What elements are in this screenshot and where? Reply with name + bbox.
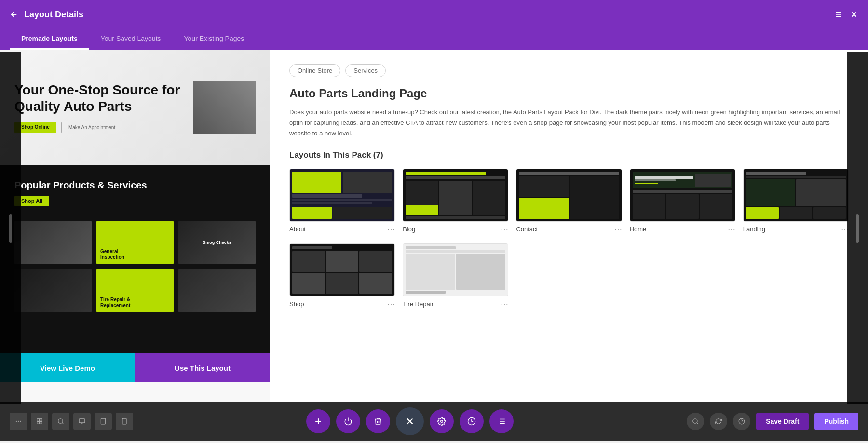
layout-title: Auto Parts Landing Page: [289, 87, 849, 100]
history-button[interactable]: [460, 409, 484, 433]
layout-description: Does your auto parts website need a tune…: [289, 107, 849, 139]
product-card-1: [14, 221, 92, 264]
thumb-contact-label: Contact: [516, 226, 538, 233]
power-button[interactable]: [336, 409, 360, 433]
layout-thumb-home: Home ⋯: [630, 169, 735, 234]
modal-title: Layout Details: [24, 10, 83, 20]
thumb-landing-label: Landing: [743, 226, 765, 233]
tab-existing-pages[interactable]: Your Existing Pages: [173, 29, 256, 50]
search-icon-right[interactable]: [687, 413, 704, 430]
publish-button[interactable]: Publish: [814, 413, 858, 430]
tab-saved-layouts[interactable]: Your Saved Layouts: [89, 29, 173, 50]
tab-premade-layouts[interactable]: Premade Layouts: [10, 29, 89, 50]
add-module-button[interactable]: [306, 409, 330, 433]
product-card-3: Smog Checks: [178, 221, 256, 264]
thumb-blog-img[interactable]: [403, 169, 508, 222]
thumb-shop-img[interactable]: [289, 243, 395, 296]
help-icon[interactable]: [733, 413, 750, 430]
svg-point-20: [693, 419, 697, 423]
tabs-bar: Premade Layouts Your Saved Layouts Your …: [0, 29, 868, 50]
svg-rect-6: [40, 422, 42, 424]
search-button[interactable]: [52, 413, 69, 430]
thumb-home-menu[interactable]: ⋯: [728, 225, 735, 234]
layouts-grid-row2: Shop ⋯: [289, 243, 849, 309]
preview-appt-btn: Make An Appointment: [61, 122, 122, 133]
svg-point-0: [16, 421, 17, 422]
product-card-4: [14, 269, 92, 312]
layout-thumb-about: About ⋯: [289, 169, 395, 234]
preview-heading: Your One-Stop Source for Quality Auto Pa…: [14, 82, 183, 114]
cta-buttons: View Live Demo Use This Layout: [0, 353, 270, 382]
tag-services[interactable]: Services: [345, 64, 386, 77]
use-this-layout-button[interactable]: Use This Layout: [135, 353, 270, 382]
layout-thumb-shop: Shop ⋯: [289, 243, 395, 309]
thumb-about-label: About: [289, 226, 306, 233]
preview-panel: Your One-Stop Source for Quality Auto Pa…: [0, 50, 270, 402]
delete-button[interactable]: [366, 409, 390, 433]
thumb-shop-menu[interactable]: ⋯: [387, 299, 395, 309]
product-card-2: GeneralInspection: [96, 221, 174, 264]
bottom-toolbar: Save Draft Publish: [0, 402, 868, 441]
pack-label: Layouts In This Pack (7): [289, 150, 849, 160]
thumb-contact-menu[interactable]: ⋯: [614, 225, 622, 234]
detail-panel: Online Store Services Auto Parts Landing…: [270, 50, 868, 402]
back-button[interactable]: [10, 10, 18, 19]
thumb-landing-img[interactable]: [743, 169, 849, 222]
thumb-blog-label: Blog: [403, 226, 415, 233]
toolbar-right-group: Save Draft Publish: [687, 413, 858, 430]
responsive-button[interactable]: [489, 409, 514, 433]
close-button[interactable]: [850, 10, 858, 19]
product-card-5: Tire Repair &Replacement: [96, 269, 174, 312]
preview-bottom-section: Popular Products & Services Shop All Gen…: [0, 165, 270, 353]
svg-rect-8: [79, 419, 85, 423]
layout-button[interactable]: [31, 413, 48, 430]
svg-point-1: [18, 421, 19, 422]
scroll-panel-right: [847, 52, 868, 404]
thumb-blog-menu[interactable]: ⋯: [501, 225, 508, 234]
svg-point-18: [441, 420, 443, 423]
thumb-tire-img[interactable]: [403, 243, 508, 296]
thumb-tire-label: Tire Repair: [403, 300, 434, 308]
mobile-view-button[interactable]: [116, 413, 133, 430]
layouts-grid-row1: About ⋯: [289, 169, 849, 234]
product-grid: GeneralInspection Smog Checks Tire Repai…: [14, 221, 256, 312]
layout-thumb-tire: Tire Repair ⋯: [403, 243, 508, 309]
layout-thumb-contact: Contact ⋯: [516, 169, 622, 234]
settings-icon-button[interactable]: [833, 10, 842, 19]
toolbar-left-group: [10, 413, 133, 430]
save-draft-button[interactable]: Save Draft: [756, 413, 809, 430]
exit-button[interactable]: [396, 407, 424, 435]
svg-rect-5: [37, 422, 40, 424]
svg-point-7: [58, 419, 63, 423]
sync-icon[interactable]: [710, 413, 727, 430]
layout-thumb-landing: Landing ⋯: [743, 169, 849, 234]
modal-header: Layout Details: [0, 0, 868, 29]
preview-services-heading: Popular Products & Services: [14, 180, 256, 191]
svg-rect-4: [40, 419, 42, 421]
layout-thumb-blog: Blog ⋯: [403, 169, 508, 234]
toolbar-center-group: [306, 407, 514, 435]
thumb-home-label: Home: [630, 226, 647, 233]
thumb-home-img[interactable]: [630, 169, 735, 222]
main-content: Your One-Stop Source for Quality Auto Pa…: [0, 50, 868, 402]
tags-container: Online Store Services: [289, 64, 849, 77]
product-card-6: [178, 269, 256, 312]
tablet-view-button[interactable]: [95, 413, 112, 430]
more-options-button[interactable]: [10, 413, 27, 430]
desktop-view-button[interactable]: [73, 413, 91, 430]
thumb-about-img[interactable]: [289, 169, 395, 222]
thumb-contact-img[interactable]: [516, 169, 622, 222]
preview-top-section: Your One-Stop Source for Quality Auto Pa…: [0, 50, 270, 165]
thumb-about-menu[interactable]: ⋯: [387, 225, 395, 234]
preview-hero-image: Same Day Service: [193, 81, 256, 134]
svg-rect-3: [37, 419, 40, 421]
thumb-tire-menu[interactable]: ⋯: [501, 299, 508, 309]
scroll-panel-left: [0, 52, 21, 404]
settings-button[interactable]: [430, 409, 454, 433]
tag-online-store[interactable]: Online Store: [289, 64, 340, 77]
thumb-shop-label: Shop: [289, 300, 304, 308]
svg-point-2: [20, 421, 21, 422]
